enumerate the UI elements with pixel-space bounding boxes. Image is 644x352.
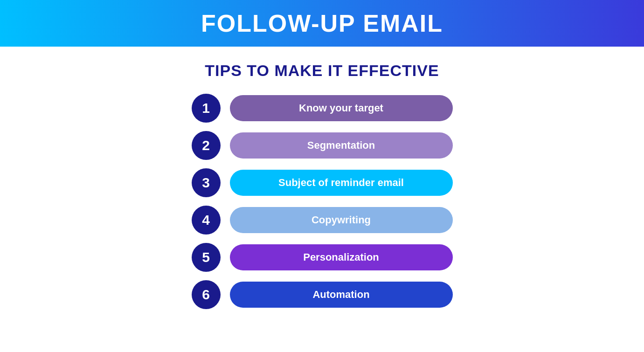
tip-row-4: 4Copywriting: [192, 206, 453, 235]
tip-number-3: 3: [192, 168, 221, 197]
tip-label-4: Copywriting: [230, 207, 453, 233]
tip-number-4: 4: [192, 206, 221, 235]
tip-label-5: Personalization: [230, 244, 453, 270]
tip-label-3: Subject of reminder email: [230, 170, 453, 196]
tip-row-1: 1Know your target: [192, 94, 453, 123]
tip-row-6: 6Automation: [192, 280, 453, 309]
tip-number-2: 2: [192, 131, 221, 160]
header-title: FOLLOW-UP EMAIL: [201, 9, 443, 37]
tip-label-6: Automation: [230, 282, 453, 308]
tip-row-2: 2Segmentation: [192, 131, 453, 160]
tip-row-5: 5Personalization: [192, 243, 453, 272]
tip-number-1: 1: [192, 94, 221, 123]
tip-number-6: 6: [192, 280, 221, 309]
subtitle: TIPS TO MAKE IT EFFECTIVE: [0, 62, 644, 80]
tip-row-3: 3Subject of reminder email: [192, 168, 453, 197]
tip-number-5: 5: [192, 243, 221, 272]
tip-label-1: Know your target: [230, 95, 453, 121]
tips-list: 1Know your target2Segmentation3Subject o…: [0, 94, 644, 309]
header-banner: FOLLOW-UP EMAIL: [0, 0, 644, 47]
tip-label-2: Segmentation: [230, 132, 453, 159]
